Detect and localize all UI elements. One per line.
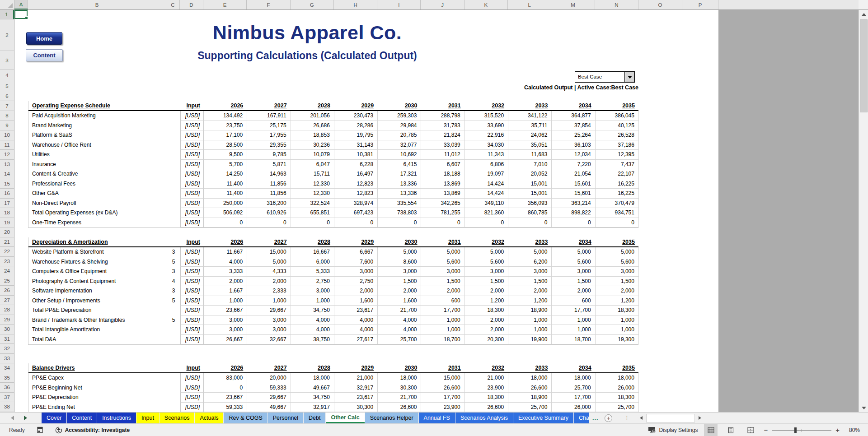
- row-unit-cell[interactable]: [USD]: [180, 403, 204, 413]
- value-cell[interactable]: 12,395: [596, 150, 639, 160]
- value-cell[interactable]: 19,900: [508, 335, 552, 345]
- value-cell[interactable]: 26,528: [596, 130, 639, 140]
- value-cell[interactable]: 7,010: [508, 160, 552, 170]
- value-cell[interactable]: 33,039: [421, 140, 464, 150]
- row-label-cell[interactable]: Brand Marketing: [28, 121, 167, 131]
- selected-cell-a1[interactable]: [14, 10, 28, 19]
- value-cell[interactable]: 328,974: [334, 199, 378, 209]
- row-label-cell[interactable]: Total PP&E Depreciation: [28, 306, 167, 315]
- value-cell[interactable]: 33,690: [465, 121, 508, 131]
- row-header-5[interactable]: 5: [0, 81, 14, 91]
- column-header-n[interactable]: N: [595, 0, 638, 9]
- row-label-cell[interactable]: Total Operating Expenses (ex D&A): [28, 208, 167, 218]
- value-cell[interactable]: 4,000: [334, 315, 378, 325]
- value-cell[interactable]: 2,000: [465, 325, 508, 335]
- value-cell[interactable]: 25,700: [508, 403, 552, 413]
- row-life-cell[interactable]: [167, 150, 180, 160]
- value-cell[interactable]: 15,000: [421, 373, 464, 383]
- value-cell[interactable]: 3,333: [204, 267, 247, 277]
- scroll-right-button[interactable]: [695, 413, 705, 423]
- sheet-tab-instructions[interactable]: Instructions: [97, 413, 136, 423]
- value-cell[interactable]: 59,333: [247, 383, 291, 393]
- row-header-26[interactable]: 26: [0, 286, 14, 296]
- value-cell[interactable]: 1,500: [465, 277, 508, 287]
- value-cell[interactable]: 0: [291, 218, 334, 228]
- value-cell[interactable]: 32,917: [334, 383, 378, 393]
- row-unit-cell[interactable]: [USD]: [180, 286, 204, 296]
- row-life-cell[interactable]: [167, 130, 180, 140]
- value-cell[interactable]: 12,034: [552, 150, 595, 160]
- row-life-cell[interactable]: [167, 218, 180, 228]
- column-header-g[interactable]: G: [291, 0, 334, 9]
- value-cell[interactable]: 18,700: [421, 335, 464, 345]
- value-cell[interactable]: 0: [465, 218, 508, 228]
- row-life-cell[interactable]: [167, 383, 180, 393]
- value-cell[interactable]: 20,052: [508, 169, 552, 179]
- value-cell[interactable]: 18,000: [552, 373, 595, 383]
- value-cell[interactable]: 31,783: [421, 121, 464, 131]
- value-cell[interactable]: 11,400: [204, 179, 247, 189]
- value-cell[interactable]: 3,000: [421, 267, 464, 277]
- value-cell[interactable]: 322,524: [291, 199, 334, 209]
- value-cell[interactable]: 1,500: [552, 277, 595, 287]
- value-cell[interactable]: 37,854: [552, 121, 595, 131]
- value-cell[interactable]: 335,554: [378, 199, 421, 209]
- row-life-cell[interactable]: [167, 111, 180, 121]
- row-header-30[interactable]: 30: [0, 325, 14, 334]
- row-label-cell[interactable]: Other Setup / Improvements: [28, 296, 167, 306]
- row-life-cell[interactable]: [167, 160, 180, 170]
- value-cell[interactable]: 134,492: [204, 111, 247, 121]
- value-cell[interactable]: 1,000: [552, 325, 595, 335]
- value-cell[interactable]: 16,497: [334, 169, 378, 179]
- value-cell[interactable]: 18,000: [291, 373, 334, 383]
- value-cell[interactable]: 315,520: [465, 111, 508, 121]
- value-cell[interactable]: 0: [204, 218, 247, 228]
- value-cell[interactable]: 370,479: [596, 199, 639, 209]
- horizontal-scroll-track[interactable]: [646, 414, 695, 422]
- row-header-3[interactable]: 3: [0, 51, 14, 70]
- value-cell[interactable]: 13,336: [378, 189, 421, 199]
- value-cell[interactable]: 30,236: [291, 140, 334, 150]
- row-header-35[interactable]: 35: [0, 373, 14, 383]
- column-header-i[interactable]: I: [377, 0, 421, 9]
- row-unit-cell[interactable]: [USD]: [180, 179, 204, 189]
- value-cell[interactable]: 23,900: [465, 383, 508, 393]
- value-cell[interactable]: 1,000: [508, 325, 552, 335]
- row-unit-cell[interactable]: [USD]: [180, 111, 204, 121]
- value-cell[interactable]: 23,617: [334, 393, 378, 403]
- row-header-1[interactable]: 1: [0, 10, 14, 19]
- row-header-8[interactable]: 8: [0, 111, 14, 121]
- value-cell[interactable]: 29,667: [247, 393, 291, 403]
- value-cell[interactable]: 18,900: [508, 393, 552, 403]
- row-label-cell[interactable]: One-Time Expenses: [28, 218, 167, 228]
- row-life-cell[interactable]: [167, 325, 180, 335]
- row-label-cell[interactable]: Insurance: [28, 160, 167, 170]
- row-life-cell[interactable]: 5: [167, 315, 180, 325]
- value-cell[interactable]: 6,228: [334, 160, 378, 170]
- value-cell[interactable]: 15,001: [508, 189, 552, 199]
- zoom-in-button[interactable]: +: [835, 427, 840, 433]
- row-life-cell[interactable]: 3: [167, 267, 180, 277]
- row-unit-cell[interactable]: [USD]: [180, 383, 204, 393]
- normal-view-button[interactable]: [704, 424, 718, 436]
- value-cell[interactable]: 1,000: [291, 296, 334, 306]
- value-cell[interactable]: 1,000: [552, 315, 595, 325]
- value-cell[interactable]: 38,750: [291, 335, 334, 345]
- value-cell[interactable]: 18,300: [465, 393, 508, 403]
- row-life-cell[interactable]: [167, 306, 180, 315]
- value-cell[interactable]: 5,600: [465, 257, 508, 267]
- row-life-cell[interactable]: [167, 199, 180, 209]
- value-cell[interactable]: 9,500: [204, 150, 247, 160]
- value-cell[interactable]: 18,900: [508, 306, 552, 315]
- row-life-cell[interactable]: [167, 179, 180, 189]
- value-cell[interactable]: 35,051: [508, 140, 552, 150]
- value-cell[interactable]: 21,000: [465, 373, 508, 383]
- row-life-cell[interactable]: [167, 121, 180, 131]
- row-life-cell[interactable]: [167, 335, 180, 345]
- value-cell[interactable]: 3,000: [596, 267, 639, 277]
- row-unit-cell[interactable]: [USD]: [180, 315, 204, 325]
- value-cell[interactable]: 17,955: [247, 130, 291, 140]
- value-cell[interactable]: 12,823: [334, 189, 378, 199]
- value-cell[interactable]: 9,785: [247, 150, 291, 160]
- row-unit-cell[interactable]: [USD]: [180, 306, 204, 315]
